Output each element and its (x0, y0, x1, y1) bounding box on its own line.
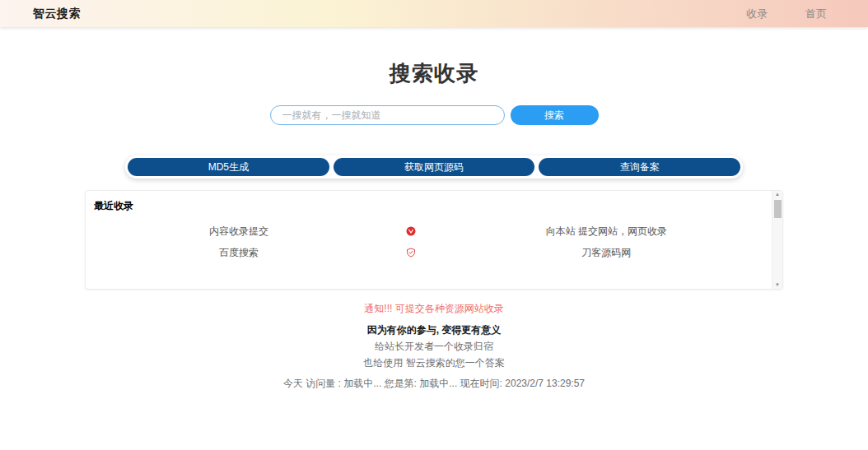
recent-records-title: 最近收录 (86, 191, 782, 213)
top-navbar: 智云搜索 收录 首页 (0, 0, 868, 27)
scrollbar-up-arrow-icon[interactable]: ▲ (775, 191, 780, 198)
footer: 通知!!! 可提交各种资源网站收录 因为有你的参与, 变得更有意义 给站长开发者… (0, 302, 868, 391)
list-item[interactable]: 百度搜索 刀客源码网 (86, 242, 782, 263)
slogan-line2: 给站长开发者一个收录归宿 (0, 340, 868, 354)
scrollbar-down-arrow-icon[interactable]: ▼ (775, 281, 780, 289)
record-description: 向本站 提交网站，网页收录 (431, 225, 782, 239)
top-nav-links: 收录 首页 (746, 7, 827, 21)
record-name: 内容收录提交 (86, 225, 392, 239)
search-bar: 搜索 (0, 105, 868, 125)
get-page-source-button[interactable]: 获取网页源码 (334, 158, 535, 176)
page-title: 搜索收录 (0, 59, 868, 88)
record-description: 刀客源码网 (431, 246, 782, 260)
icp-lookup-button[interactable]: 查询备案 (539, 158, 740, 176)
verified-badge-filled-icon (392, 226, 431, 236)
tools-button-group: MD5生成 获取网页源码 查询备案 (125, 155, 743, 179)
slogan-bold: 因为有你的参与, 变得更有意义 (0, 323, 868, 337)
slogan-line3: 也给使用 智云搜索的您一个答案 (0, 356, 868, 370)
list-item[interactable]: 内容收录提交 向本站 提交网站，网页收录 (86, 220, 782, 242)
vertical-scrollbar[interactable]: ▲ ▼ (772, 191, 782, 289)
scrollbar-thumb[interactable] (774, 200, 782, 218)
visit-stats: 今天 访问量 : 加载中... 您是第: 加载中... 现在时间: 2023/2… (0, 377, 868, 391)
recent-records-card: 最近收录 内容收录提交 向本站 提交网站，网页收录 百度搜索 刀客源码网 (85, 190, 783, 290)
search-button[interactable]: 搜索 (511, 105, 599, 125)
recent-records-list: 内容收录提交 向本站 提交网站，网页收录 百度搜索 刀客源码网 (86, 220, 782, 263)
record-name: 百度搜索 (86, 246, 392, 260)
site-logo[interactable]: 智云搜索 (33, 7, 81, 21)
nav-link-indexing[interactable]: 收录 (746, 7, 768, 21)
nav-link-home[interactable]: 首页 (805, 7, 827, 21)
notice-text: 通知!!! 可提交各种资源网站收录 (0, 302, 868, 316)
search-input[interactable] (270, 105, 505, 125)
md5-generate-button[interactable]: MD5生成 (128, 158, 329, 176)
shield-check-outline-icon (392, 248, 431, 257)
